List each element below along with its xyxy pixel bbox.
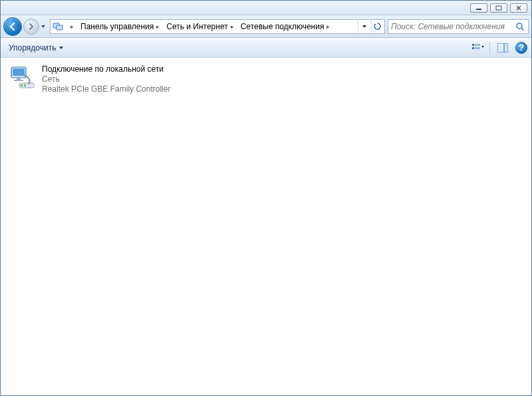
minimize-button[interactable] <box>470 3 487 13</box>
connection-status: Сеть <box>42 74 170 84</box>
svg-rect-11 <box>504 43 508 52</box>
help-icon: ? <box>519 43 524 52</box>
search-icon[interactable] <box>515 21 525 32</box>
breadcrumb-label: Панель управления <box>80 22 154 31</box>
breadcrumb-network-connections[interactable]: Сетевые подключения ▸ <box>238 20 333 33</box>
svg-point-4 <box>517 23 522 29</box>
connection-text: Подключение по локальной сети Сеть Realt… <box>42 64 170 94</box>
svg-rect-18 <box>24 84 26 86</box>
titlebar <box>1 1 531 15</box>
chevron-right-icon: ▸ <box>327 23 330 30</box>
maximize-button[interactable] <box>490 3 507 13</box>
help-button[interactable]: ? <box>515 42 527 54</box>
breadcrumb-label: Сетевые подключения <box>241 22 325 31</box>
organize-button[interactable]: Упорядочить <box>5 42 68 54</box>
navbar: ▸ Панель управления ▸ Сеть и Интернет ▸ … <box>1 15 531 38</box>
back-button[interactable] <box>3 17 22 36</box>
svg-rect-15 <box>14 80 23 81</box>
chevron-right-icon: ▸ <box>231 23 234 30</box>
svg-rect-0 <box>476 9 481 10</box>
svg-rect-6 <box>472 44 474 46</box>
svg-rect-9 <box>475 47 480 49</box>
content-area: Подключение по локальной сети Сеть Realt… <box>1 58 531 395</box>
connection-title: Подключение по локальной сети <box>42 64 170 74</box>
nav-history-dropdown[interactable] <box>39 20 47 33</box>
connection-item[interactable]: Подключение по локальной сети Сеть Realt… <box>7 63 194 96</box>
search-box[interactable] <box>388 19 529 34</box>
nav-buttons <box>3 17 47 36</box>
toolbar: Упорядочить ? <box>1 38 531 58</box>
svg-rect-13 <box>13 68 25 76</box>
refresh-button[interactable] <box>371 21 383 33</box>
svg-line-5 <box>521 28 524 31</box>
chevron-down-icon <box>59 45 64 50</box>
svg-rect-3 <box>57 25 63 30</box>
view-options-button[interactable] <box>469 41 487 55</box>
svg-rect-17 <box>21 84 23 86</box>
preview-pane-button[interactable] <box>494 41 511 55</box>
chevron-right-icon: ▸ <box>156 23 160 30</box>
lan-connection-icon <box>9 64 37 92</box>
breadcrumb-root[interactable]: ▸ <box>65 20 76 33</box>
search-input[interactable] <box>391 22 515 31</box>
organize-label: Упорядочить <box>9 43 56 52</box>
chevron-right-icon: ▸ <box>70 23 74 30</box>
breadcrumb-label: Сеть и Интернет <box>166 22 227 31</box>
svg-rect-7 <box>475 44 480 46</box>
svg-rect-1 <box>496 6 501 10</box>
forward-button[interactable] <box>23 19 39 35</box>
connection-device: Realtek PCIe GBE Family Controller <box>42 84 170 94</box>
breadcrumb-network-internet[interactable]: Сеть и Интернет ▸ <box>164 20 236 33</box>
address-bar[interactable]: ▸ Панель управления ▸ Сеть и Интернет ▸ … <box>50 19 385 34</box>
svg-rect-8 <box>472 47 474 49</box>
toolbar-separator <box>489 42 490 54</box>
svg-rect-14 <box>17 78 21 80</box>
close-button[interactable] <box>510 3 527 13</box>
breadcrumb-control-panel[interactable]: Панель управления ▸ <box>78 20 162 33</box>
network-connections-icon <box>52 21 64 33</box>
address-dropdown[interactable] <box>358 21 370 33</box>
